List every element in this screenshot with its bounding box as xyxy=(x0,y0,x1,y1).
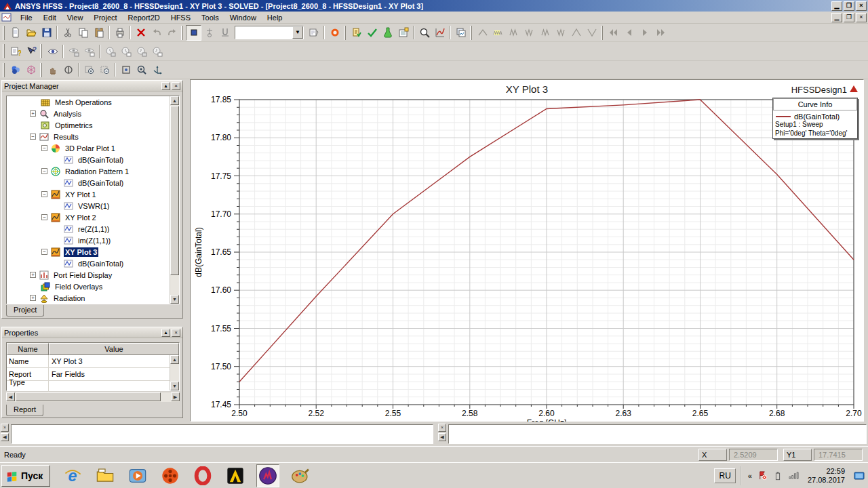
tree-expander-icon[interactable]: + xyxy=(30,272,36,278)
nav-first-icon[interactable] xyxy=(606,25,621,41)
toolbar-grip[interactable] xyxy=(3,44,5,58)
project-manager-close-icon[interactable]: × xyxy=(172,82,180,90)
progress-area[interactable] xyxy=(448,424,867,444)
child-window-icon[interactable] xyxy=(1,13,12,22)
solids-view-icon[interactable] xyxy=(7,62,23,78)
network-signal-icon[interactable] xyxy=(788,470,800,481)
scroll-up-icon[interactable]: ▲ xyxy=(170,96,179,105)
paste-icon[interactable] xyxy=(91,25,106,41)
tree-item-db-gaintotal-[interactable]: dB(GainTotal) xyxy=(7,154,179,165)
tree-item-im-z-1-1-[interactable]: im(Z(1,1)) xyxy=(7,235,179,246)
trace-style-8-icon[interactable] xyxy=(584,25,599,41)
copy-image-icon[interactable] xyxy=(453,25,469,41)
delete-icon[interactable] xyxy=(133,25,149,41)
menu-project[interactable]: Project xyxy=(88,12,122,23)
context-help-icon[interactable]: ? xyxy=(23,43,39,59)
property-value[interactable]: Far Fields xyxy=(49,368,179,380)
properties-close-icon[interactable]: × xyxy=(172,329,180,337)
zoom-out-icon[interactable] xyxy=(97,62,113,78)
toolbar-grip[interactable] xyxy=(3,26,5,40)
nav-last-icon[interactable] xyxy=(652,25,668,41)
child-restore-button[interactable]: ❐ xyxy=(844,13,854,22)
menu-file[interactable]: File xyxy=(15,12,38,23)
tree-item-radiation-pattern-1[interactable]: −Radiation Pattern 1 xyxy=(7,165,179,177)
toolbar-grip[interactable] xyxy=(40,63,42,77)
scroll-thumb[interactable] xyxy=(170,106,179,275)
orient-axes-icon[interactable] xyxy=(149,62,165,78)
trace-style-7-icon[interactable] xyxy=(568,25,584,41)
project-tree-scrollbar[interactable]: ▲ ▼ xyxy=(170,96,179,304)
tree-item-xy-plot-3[interactable]: −XY Plot 3 xyxy=(7,246,179,258)
minimize-button[interactable]: ▁ xyxy=(831,1,842,11)
tree-item-vswr-1-[interactable]: VSWR(1) xyxy=(7,200,179,211)
print-icon[interactable] xyxy=(112,25,127,41)
curve-info-legend[interactable]: Curve Info dB(GainTotal)Setup1 : SweepPh… xyxy=(772,98,858,139)
taskbar-media-player-icon[interactable] xyxy=(126,464,149,487)
menu-edit[interactable]: Edit xyxy=(38,12,62,23)
fit-selection-icon[interactable] xyxy=(134,62,149,78)
tree-item-xy-plot-1[interactable]: −XY Plot 1 xyxy=(7,188,179,200)
tree-item-3d-polar-plot-1[interactable]: −3D Polar Plot 1 xyxy=(7,142,179,154)
analyze-all-icon[interactable] xyxy=(380,25,395,41)
menu-hfss[interactable]: HFSS xyxy=(165,12,196,23)
toolbar-grip[interactable] xyxy=(601,26,603,40)
taskbar-paint-icon[interactable] xyxy=(289,464,312,487)
property-value[interactable]: XY Plot 3 xyxy=(49,355,179,367)
properties-vscrollbar[interactable]: ▲ ▼ xyxy=(170,355,179,390)
menu-view[interactable]: View xyxy=(62,12,89,23)
undo-icon[interactable] xyxy=(149,25,164,41)
assign-material-icon[interactable] xyxy=(306,25,321,41)
tree-item-analysis[interactable]: +Analysis xyxy=(7,108,179,119)
visibility-history-4-icon[interactable] xyxy=(149,43,165,59)
boundary-display-icon[interactable] xyxy=(201,25,217,41)
trace-style-3-icon[interactable] xyxy=(506,25,521,41)
fit-all-icon[interactable] xyxy=(118,62,134,78)
child-close-button[interactable]: × xyxy=(856,13,867,22)
clock[interactable]: 22:59 27.08.2017 xyxy=(808,467,845,485)
xy-plot-canvas[interactable]: 2.502.522.552.582.602.632.652.682.7017.4… xyxy=(191,80,865,422)
zoom-window-icon[interactable] xyxy=(416,25,432,41)
menu-window[interactable]: Window xyxy=(224,12,262,23)
properties-collapse-icon[interactable]: ▴ xyxy=(161,329,170,337)
orbit-rotate-icon[interactable] xyxy=(60,62,76,78)
tree-item-xy-plot-2[interactable]: −XY Plot 2 xyxy=(7,211,179,223)
battery-icon[interactable] xyxy=(773,471,783,481)
scroll-thumb[interactable] xyxy=(16,392,161,401)
project-manager-collapse-icon[interactable]: ▴ xyxy=(161,82,170,90)
taskbar-opera-icon[interactable] xyxy=(191,464,214,487)
wireframe-view-icon[interactable] xyxy=(23,62,39,78)
tree-item-optimetrics[interactable]: Optimetrics xyxy=(7,119,179,131)
validate-ok-icon[interactable] xyxy=(364,25,380,41)
tree-expander-icon[interactable]: − xyxy=(41,249,47,255)
new-file-icon[interactable] xyxy=(7,25,23,41)
child-minimize-button[interactable]: ▁ xyxy=(831,13,842,22)
show-visibility-icon[interactable] xyxy=(45,43,60,59)
start-button[interactable]: Пуск xyxy=(1,465,50,487)
select-object-icon[interactable] xyxy=(186,25,201,41)
pan-hand-icon[interactable] xyxy=(45,62,60,78)
validation-check-icon[interactable] xyxy=(349,25,364,41)
cut-icon[interactable] xyxy=(60,25,75,41)
close-button[interactable]: × xyxy=(856,1,867,11)
visibility-history-2-icon[interactable] xyxy=(118,43,134,59)
tree-item-port-field-display[interactable]: +Port Field Display xyxy=(7,269,179,281)
taskbar-internet-explorer-icon[interactable]: e xyxy=(61,464,84,487)
help-topics-icon[interactable]: ? xyxy=(7,43,23,59)
toolbar-grip[interactable] xyxy=(40,44,42,58)
message-collapse-icon[interactable]: ◀ xyxy=(1,433,9,441)
language-indicator[interactable]: RU xyxy=(714,468,735,483)
restore-button[interactable]: ❐ xyxy=(844,1,854,11)
toolbar-grip[interactable] xyxy=(181,26,183,40)
show-desktop-icon[interactable] xyxy=(853,470,865,481)
trace-style-2-icon[interactable] xyxy=(490,25,506,41)
properties-hscrollbar[interactable]: ◀ ▶ xyxy=(6,392,180,402)
toolbar-grip[interactable] xyxy=(344,26,346,40)
zoom-in-icon[interactable] xyxy=(81,62,97,78)
tree-expander-icon[interactable]: − xyxy=(41,145,47,151)
scroll-down-icon[interactable]: ▼ xyxy=(170,382,179,390)
tree-item-mesh-operations[interactable]: Mesh Operations xyxy=(7,96,179,108)
taskbar-movie-reel-icon[interactable] xyxy=(159,464,182,487)
excitation-display-icon[interactable] xyxy=(217,25,233,41)
solution-data-icon[interactable] xyxy=(395,25,411,41)
taskbar-file-explorer-icon[interactable] xyxy=(94,464,117,487)
